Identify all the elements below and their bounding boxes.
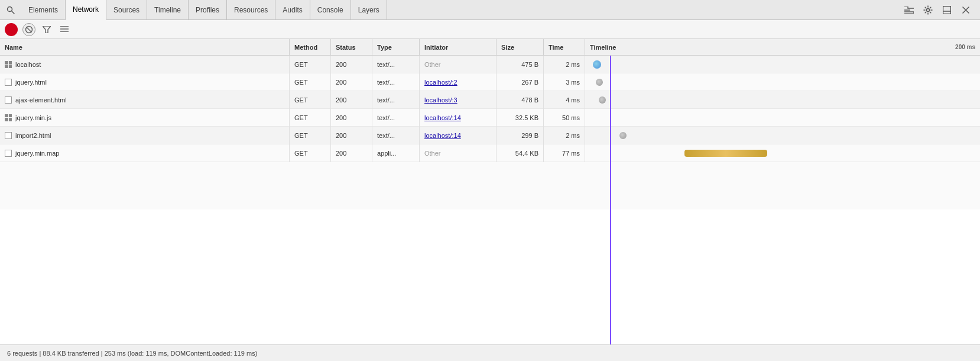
tab-network[interactable]: Network (66, 0, 106, 20)
col-header-time[interactable]: Time (544, 39, 585, 56)
record-button[interactable] (5, 23, 18, 36)
cell-status-6: 200 (331, 144, 372, 162)
cell-name-2: jquery.html (0, 73, 290, 91)
cell-name-4: jquery.min.js (0, 109, 290, 127)
cell-size-3: 478 B (497, 91, 544, 109)
cell-size-4: 32.5 KB (497, 109, 544, 127)
cell-initiator-5: localhost/:14 (420, 127, 497, 144)
cell-name-3: ajax-element.html (0, 91, 290, 109)
cell-status-3: 200 (331, 91, 372, 109)
cell-initiator-1: Other (420, 56, 497, 73)
col-header-size[interactable]: Size (497, 39, 544, 56)
table-row[interactable]: jquery.min.js GET 200 text/... localhost… (0, 109, 980, 127)
checkbox-icon-5 (5, 132, 12, 139)
checkbox-icon-6 (5, 150, 12, 157)
cell-type-5: text/... (372, 127, 420, 144)
cell-name-1: localhost (0, 56, 290, 73)
tab-layers[interactable]: Layers (351, 0, 387, 20)
clear-button[interactable] (22, 23, 35, 36)
cell-size-2: 267 B (497, 73, 544, 91)
secondary-toolbar (0, 20, 980, 39)
timeline-bar-2 (596, 79, 603, 86)
empty-area (0, 162, 980, 209)
cell-method-5: GET (290, 127, 331, 144)
cell-method-3: GET (290, 91, 331, 109)
cell-size-5: 299 B (497, 127, 544, 144)
cell-type-3: text/... (372, 91, 420, 109)
tab-console[interactable]: Console (310, 0, 351, 20)
cell-method-1: GET (290, 56, 331, 73)
cell-method-4: GET (290, 109, 331, 127)
table-row[interactable]: localhost GET 200 text/... Other 475 B (0, 56, 980, 73)
cell-initiator-2: localhost/:2 (420, 73, 497, 91)
cell-method-6: GET (290, 144, 331, 162)
svg-rect-3 (943, 6, 951, 14)
cell-timeline-5 (585, 127, 980, 144)
filter-button[interactable] (40, 23, 53, 36)
svg-line-9 (27, 27, 31, 32)
table-row[interactable]: jquery.html GET 200 text/... localhost/:… (0, 73, 980, 91)
cell-status-5: 200 (331, 127, 372, 144)
cell-type-4: text/... (372, 109, 420, 127)
col-header-type[interactable]: Type (372, 39, 420, 56)
network-panel: Name Method Status Type Initiator Size T… (0, 39, 980, 344)
table-body: localhost GET 200 text/... Other 475 B (0, 56, 980, 344)
cell-timeline-6 (585, 144, 980, 162)
execute-button[interactable] (902, 3, 916, 17)
tab-bar: Elements Network Sources Timeline Profil… (0, 0, 980, 20)
tab-audits[interactable]: Audits (275, 0, 310, 20)
tab-resources[interactable]: Resources (227, 0, 275, 20)
cell-time-6: 77 ms (544, 144, 585, 162)
svg-point-7 (9, 27, 14, 32)
cell-time-1: 2 ms (544, 56, 585, 73)
cell-timeline-4 (585, 109, 980, 127)
dock-button[interactable] (940, 3, 954, 17)
timeline-ms-label: 200 ms (955, 44, 975, 50)
cell-type-2: text/... (372, 73, 420, 91)
tab-sources[interactable]: Sources (106, 0, 147, 20)
cell-status-1: 200 (331, 56, 372, 73)
cell-initiator-4: localhost/:14 (420, 109, 497, 127)
cell-time-4: 50 ms (544, 109, 585, 127)
cell-initiator-3: localhost/:3 (420, 91, 497, 109)
tab-elements[interactable]: Elements (21, 0, 66, 20)
tab-profiles[interactable]: Profiles (189, 0, 227, 20)
list-button[interactable] (58, 23, 71, 36)
tab-timeline[interactable]: Timeline (147, 0, 189, 20)
settings-button[interactable] (921, 3, 935, 17)
grid-icon-4 (5, 114, 12, 121)
cell-status-4: 200 (331, 109, 372, 127)
svg-line-1 (12, 11, 15, 14)
table-container: Name Method Status Type Initiator Size T… (0, 39, 980, 344)
col-header-status[interactable]: Status (331, 39, 372, 56)
col-header-method[interactable]: Method (290, 39, 331, 56)
timeline-bar-5 (619, 132, 627, 139)
cell-initiator-6: Other (420, 144, 497, 162)
cell-timeline-3 (585, 91, 980, 109)
col-header-name[interactable]: Name (0, 39, 290, 56)
timeline-bar-6 (684, 150, 767, 157)
cell-time-2: 3 ms (544, 73, 585, 91)
cell-type-1: text/... (372, 56, 420, 73)
close-button[interactable] (959, 3, 973, 17)
cell-timeline-2 (585, 73, 980, 91)
col-header-timeline[interactable]: Timeline 200 ms (585, 39, 980, 56)
table-row[interactable]: ajax-element.html GET 200 text/... local… (0, 91, 980, 109)
cell-timeline-1 (585, 56, 980, 73)
col-header-initiator[interactable]: Initiator (420, 39, 497, 56)
cell-size-6: 54.4 KB (497, 144, 544, 162)
table-row[interactable]: import2.html GET 200 text/... localhost/… (0, 127, 980, 144)
cell-method-2: GET (290, 73, 331, 91)
status-bar: 6 requests | 88.4 KB transferred | 253 m… (0, 344, 980, 361)
grid-icon-1 (5, 61, 12, 68)
cell-time-5: 2 ms (544, 127, 585, 144)
checkbox-icon-3 (5, 96, 12, 104)
cell-name-6: jquery.min.map (0, 144, 290, 162)
table-row[interactable]: jquery.min.map GET 200 appli... Other 54… (0, 144, 980, 162)
checkbox-icon-2 (5, 79, 12, 86)
cell-size-1: 475 B (497, 56, 544, 73)
svg-marker-10 (43, 26, 51, 33)
search-button[interactable] (2, 2, 19, 18)
timeline-bar-1 (593, 60, 601, 69)
cell-time-3: 4 ms (544, 91, 585, 109)
